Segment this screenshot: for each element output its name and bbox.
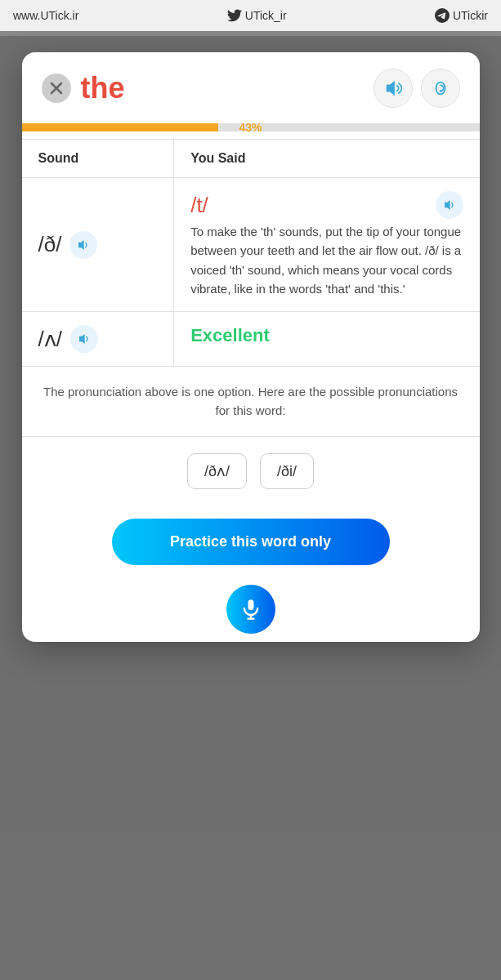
progress-label: 43% xyxy=(239,121,262,134)
col-header-sound: Sound xyxy=(22,140,175,177)
speaker-small-icon-2 xyxy=(443,198,456,212)
phoneme-sound-2: /ʌ/ xyxy=(38,327,62,352)
background-overlay: the xyxy=(0,36,501,980)
practice-word-button[interactable]: Practice this word only xyxy=(112,519,390,565)
pronunciation-option-2[interactable]: /ði/ xyxy=(260,453,314,489)
bottom-icon-area xyxy=(22,585,480,642)
phoneme-sound-1: /ð/ xyxy=(38,232,62,257)
close-icon xyxy=(50,82,63,95)
svg-marker-4 xyxy=(445,200,450,210)
speaker-icon xyxy=(384,79,402,97)
website-label: www.UTick.ir xyxy=(13,9,78,22)
play-sound-1-button[interactable] xyxy=(69,231,97,259)
table-container: Sound You Said /ð/ xyxy=(22,139,480,367)
right-cell-content-1: /t/ To make the 'th' sounds, put the tip… xyxy=(190,191,463,298)
modal: the xyxy=(22,52,480,642)
play-you-said-1-button[interactable] xyxy=(436,191,463,219)
sound-cell-2: /ʌ/ xyxy=(22,312,175,366)
sound-cell-1: /ð/ xyxy=(22,178,175,311)
speaker-small-icon-3 xyxy=(78,332,91,345)
play-sound-2-button[interactable] xyxy=(70,325,98,353)
mic-icon xyxy=(239,598,262,621)
description-text-1: To make the 'th' sounds, put the tip of … xyxy=(190,222,463,298)
pronunciation-note-text: The pronunciation above is one option. H… xyxy=(43,385,458,417)
result-cell-2: Excellent xyxy=(174,312,479,366)
telegram-icon xyxy=(435,8,450,23)
you-said-1: /t/ xyxy=(190,193,208,218)
table-row: /ð/ /t/ xyxy=(22,178,480,312)
close-button[interactable] xyxy=(42,74,71,103)
svg-marker-5 xyxy=(79,334,85,344)
excellent-label: Excellent xyxy=(190,325,270,346)
audio-buttons xyxy=(374,69,460,108)
speaker-small-icon xyxy=(77,238,90,252)
col-header-you-said: You Said xyxy=(174,140,479,177)
svg-marker-3 xyxy=(78,240,84,250)
pronunciation-note: The pronunciation above is one option. H… xyxy=(22,367,480,437)
play-audio-button[interactable] xyxy=(374,69,413,108)
twitter-icon xyxy=(227,8,242,23)
svg-point-2 xyxy=(439,90,441,92)
svg-marker-0 xyxy=(386,81,394,96)
telegram-item: UTickir xyxy=(435,8,488,23)
twitter-item: UTick_ir xyxy=(227,8,287,23)
word-title: the xyxy=(71,71,374,105)
svg-rect-6 xyxy=(248,599,253,610)
right-cell-top-1: /t/ xyxy=(190,191,463,219)
modal-header: the xyxy=(22,52,480,116)
progress-bar-container: 43% xyxy=(22,116,480,139)
pronunciation-option-1[interactable]: /ðʌ/ xyxy=(187,453,247,489)
table-header: Sound You Said xyxy=(22,140,480,178)
top-bar: www.UTick.ir UTick_ir UTickir xyxy=(0,0,501,31)
bottom-icon xyxy=(226,585,275,634)
progress-bar-fill xyxy=(22,123,219,131)
table-row-2: /ʌ/ Excellent xyxy=(22,312,480,367)
listen-audio-button[interactable] xyxy=(421,69,460,108)
pronunciation-options: /ðʌ/ /ði/ xyxy=(22,437,480,506)
result-cell-1: /t/ To make the 'th' sounds, put the tip… xyxy=(174,178,479,311)
twitter-handle: UTick_ir xyxy=(245,9,287,22)
ear-icon xyxy=(432,79,450,97)
telegram-handle: UTickir xyxy=(453,9,488,22)
